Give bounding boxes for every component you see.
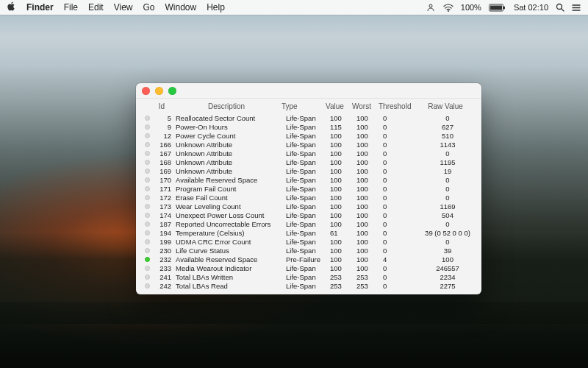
cell-raw: 0: [420, 176, 476, 184]
cell-value: 100: [330, 238, 356, 246]
cell-description: Temperature (Celsius): [176, 229, 286, 237]
cell-threshold: 0: [383, 211, 420, 219]
table-row[interactable]: 168Unknown AttributeLife-Span10010001195: [136, 158, 481, 166]
cell-raw: 0: [420, 149, 476, 158]
col-type[interactable]: Type: [282, 102, 326, 110]
cell-raw: 39: [420, 247, 476, 255]
cell-raw: 510: [420, 132, 476, 140]
spotlight-icon[interactable]: [556, 3, 564, 12]
cell-worst: 100: [356, 264, 383, 272]
cell-description: Unknown Attribute: [176, 158, 286, 166]
table-row[interactable]: 171Program Fail CountLife-Span10010000: [136, 184, 481, 193]
cell-id: 233: [152, 264, 176, 272]
cell-description: Power-On Hours: [176, 123, 286, 131]
cell-raw: 39 (0 52 0 0 0): [420, 229, 476, 237]
table-row[interactable]: 5Reallocated Sector CountLife-Span100100…: [136, 113, 481, 122]
cell-worst: 100: [356, 211, 383, 219]
cell-id: 168: [152, 158, 176, 166]
window-zoom-button[interactable]: [168, 87, 176, 95]
table-row[interactable]: 194Temperature (Celsius)Life-Span6110003…: [136, 228, 481, 237]
status-dot-icon: [145, 204, 150, 209]
table-row[interactable]: 166Unknown AttributeLife-Span10010001143: [136, 140, 481, 149]
wifi-icon[interactable]: [443, 4, 453, 12]
table-row[interactable]: 167Unknown AttributeLife-Span10010000: [136, 149, 481, 158]
cell-type: Life-Span: [286, 194, 330, 202]
col-value[interactable]: Value: [326, 102, 352, 110]
window-minimize-button[interactable]: [155, 87, 163, 95]
menu-go[interactable]: Go: [143, 2, 155, 13]
table-row[interactable]: 172Erase Fail CountLife-Span10010000: [136, 193, 481, 202]
table-row[interactable]: 174Unexpect Power Loss CountLife-Span100…: [136, 210, 481, 219]
app-name[interactable]: Finder: [26, 2, 54, 13]
table-row[interactable]: 230Life Curve StatusLife-Span100100039: [136, 246, 481, 255]
table-row[interactable]: 233Media Wearout IndicatorLife-Span10010…: [136, 263, 481, 272]
cell-worst: 253: [356, 273, 383, 281]
cell-type: Life-Span: [286, 211, 330, 219]
cell-raw: 0: [420, 185, 476, 193]
cell-id: 170: [152, 176, 176, 184]
status-dot-icon: [145, 230, 150, 236]
cell-raw: 0: [420, 194, 476, 202]
table-row[interactable]: 170Available Reserved SpaceLife-Span1001…: [136, 175, 481, 184]
col-id[interactable]: Id: [152, 102, 171, 110]
cell-worst: 253: [356, 282, 383, 290]
cell-description: Wear Leveling Count: [176, 202, 286, 210]
battery-icon[interactable]: [489, 4, 506, 12]
svg-point-5: [557, 4, 562, 10]
cell-value: 100: [330, 149, 356, 158]
table-row[interactable]: 242Total LBAs ReadLife-Span25325302275: [136, 281, 481, 290]
menu-file[interactable]: File: [64, 2, 78, 13]
col-threshold[interactable]: Threshold: [379, 102, 415, 110]
menu-view[interactable]: View: [114, 2, 133, 13]
cell-threshold: 0: [383, 132, 420, 140]
cell-raw: 627: [420, 123, 476, 131]
window-close-button[interactable]: [142, 87, 150, 95]
status-dot-icon: [145, 177, 150, 183]
col-raw-value[interactable]: Raw Value: [415, 102, 476, 110]
menu-help[interactable]: Help: [207, 2, 225, 13]
cell-threshold: 0: [383, 149, 420, 158]
status-dot-icon: [145, 257, 150, 262]
cell-threshold: 0: [383, 194, 420, 202]
cell-worst: 100: [356, 238, 383, 246]
clock[interactable]: Sat 02:10: [514, 3, 548, 12]
cell-worst: 100: [356, 114, 383, 122]
table-row[interactable]: 173Wear Leveling CountLife-Span100100011…: [136, 202, 481, 210]
cell-id: 169: [152, 167, 176, 175]
cell-raw: 1195: [420, 158, 476, 166]
table-row[interactable]: 12Power Cycle CountLife-Span1001000510: [136, 131, 481, 140]
cell-value: 100: [330, 247, 356, 255]
cell-raw: 504: [420, 211, 476, 219]
cell-id: 12: [152, 132, 176, 140]
table-row[interactable]: 241Total LBAs WrittenLife-Span2532530223…: [136, 272, 481, 281]
cell-threshold: 0: [383, 229, 420, 237]
cell-threshold: 0: [383, 158, 420, 166]
cell-id: 194: [152, 229, 176, 237]
cell-threshold: 0: [383, 185, 420, 193]
cell-raw: 2275: [420, 282, 476, 290]
table-row[interactable]: 9Power-On HoursLife-Span1151000627: [136, 122, 481, 131]
status-dot-icon: [145, 248, 150, 253]
cell-id: 173: [152, 202, 176, 210]
table-row[interactable]: 232Available Reserved SpacePre-Failure10…: [136, 255, 481, 263]
svg-line-6: [562, 9, 564, 11]
cell-description: Unexpect Power Loss Count: [176, 211, 286, 219]
table-row[interactable]: 199UDMA CRC Error CountLife-Span10010000: [136, 237, 481, 246]
col-worst[interactable]: Worst: [352, 102, 379, 110]
cell-type: Life-Span: [286, 185, 330, 193]
cell-type: Life-Span: [286, 202, 330, 210]
smart-table: Id Description Type Value Worst Threshol…: [136, 99, 481, 290]
window-titlebar[interactable]: [136, 83, 481, 99]
cell-threshold: 0: [383, 220, 420, 228]
user-icon[interactable]: [426, 3, 436, 12]
menu-edit[interactable]: Edit: [88, 2, 104, 13]
col-description[interactable]: Description: [171, 102, 282, 110]
status-dot-icon: [145, 186, 150, 191]
table-row[interactable]: 187Reported Uncorrectable ErrorsLife-Spa…: [136, 219, 481, 228]
apple-menu[interactable]: [7, 1, 16, 13]
notification-center-icon[interactable]: [572, 4, 581, 12]
menu-window[interactable]: Window: [165, 2, 197, 13]
table-row[interactable]: 169Unknown AttributeLife-Span100100019: [136, 166, 481, 175]
cell-description: Available Reserved Space: [176, 255, 286, 263]
status-dot-icon: [145, 160, 150, 165]
